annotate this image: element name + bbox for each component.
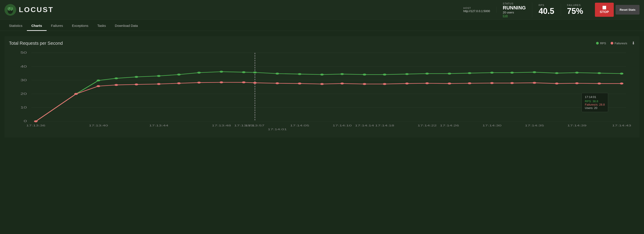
legend-failures-label: Failures/s — [615, 42, 627, 45]
fail-dot — [220, 81, 223, 83]
rps-dot — [425, 73, 429, 75]
rps-dot — [320, 74, 324, 75]
nav-item-failures[interactable]: Failures — [46, 21, 68, 31]
rps-value: 40.5 — [538, 6, 554, 16]
legend-dot-pink — [610, 42, 613, 44]
fail-dot — [363, 83, 366, 85]
rps-block: RPS 40.5 — [532, 4, 561, 16]
fail-dot — [298, 83, 302, 84]
edit-link[interactable]: Edit — [503, 14, 526, 17]
host-block: HOST http://127.0.0.1:5000 — [457, 7, 496, 13]
svg-text:17:14:01: 17:14:01 — [268, 128, 287, 131]
logo-area: LOCUST — [4, 4, 54, 16]
users-value: 20 users — [503, 11, 526, 14]
rps-dot — [363, 74, 366, 75]
failures-value: 75% — [567, 6, 583, 16]
rps-chart-card: Total Requests per Second RPS Failures/s… — [4, 36, 640, 138]
svg-text:30: 30 — [20, 78, 27, 82]
rps-dot — [555, 72, 559, 74]
rps-dot — [298, 73, 302, 75]
fail-dot — [533, 82, 536, 84]
status-label: STATUS — [503, 2, 526, 5]
rps-dot — [383, 74, 386, 75]
svg-text:10: 10 — [20, 106, 27, 109]
rps-dot — [242, 71, 246, 73]
svg-text:0: 0 — [24, 119, 27, 123]
host-value: http://127.0.0.1:5000 — [464, 9, 490, 13]
nav-item-charts[interactable]: Charts — [27, 21, 46, 31]
legend-dot-green — [596, 42, 599, 44]
rps-dot — [135, 76, 138, 78]
chart-legend: RPS Failures/s — [596, 42, 627, 45]
legend-rps-label: RPS — [600, 42, 606, 45]
svg-text:17:14:22: 17:14:22 — [418, 124, 436, 127]
chart-container: 50 40 30 20 10 0 — [9, 48, 635, 133]
fail-dot — [135, 83, 138, 85]
logo-text: LOCUST — [19, 5, 54, 14]
svg-text:17:14:05: 17:14:05 — [290, 124, 310, 127]
rps-dot — [575, 72, 579, 74]
svg-text:17:14:10: 17:14:10 — [332, 124, 352, 127]
chart-title: Total Requests per Second — [9, 41, 63, 46]
nav-item-exceptions[interactable]: Exceptions — [68, 21, 93, 31]
rps-dot — [490, 72, 494, 74]
fail-dot — [598, 83, 601, 84]
nav-item-download-data[interactable]: Download Data — [110, 21, 142, 31]
stop-label: STOP — [600, 10, 609, 14]
reset-stats-button[interactable]: Reset Stats — [616, 5, 640, 14]
svg-text:17:14:43: 17:14:43 — [612, 124, 631, 127]
logo-icon — [4, 4, 16, 16]
rps-dot — [468, 72, 472, 74]
header: LOCUST HOST http://127.0.0.1:5000 STATUS… — [0, 0, 644, 20]
fail-dot — [405, 83, 409, 84]
fail-dot — [340, 83, 344, 84]
fail-dot — [383, 83, 386, 85]
svg-text:40: 40 — [20, 65, 27, 68]
fail-dot — [253, 82, 257, 84]
status-value: RUNNING — [503, 5, 526, 11]
fail-dot — [510, 82, 514, 84]
fail-dot — [96, 85, 100, 87]
host-label: HOST — [464, 7, 490, 9]
fail-dot — [490, 82, 494, 84]
svg-text:17:14:14: 17:14:14 — [355, 124, 374, 127]
svg-text:17:14:39: 17:14:39 — [567, 124, 586, 127]
header-stats: HOST http://127.0.0.1:5000 STATUS RUNNIN… — [457, 2, 590, 17]
svg-point-4 — [9, 7, 12, 10]
rps-dot — [620, 73, 624, 75]
stop-icon — [602, 6, 606, 9]
fail-dot — [114, 84, 118, 86]
svg-text:17:13:57: 17:13:57 — [245, 124, 264, 127]
rps-dot — [157, 75, 161, 77]
failures-block: FAILURES 75% — [561, 4, 590, 16]
legend-failures: Failures/s — [610, 42, 627, 45]
fail-dot — [555, 83, 559, 84]
fail-dot — [448, 83, 451, 84]
main-content: Total Requests per Second RPS Failures/s… — [0, 31, 644, 143]
nav-item-statistics[interactable]: Statistics — [4, 21, 27, 31]
rps-dot — [96, 79, 100, 81]
fail-dot — [242, 81, 246, 83]
chart-header: Total Requests per Second RPS Failures/s… — [9, 41, 635, 46]
rps-dot — [340, 73, 344, 75]
stop-button[interactable]: STOP — [595, 3, 614, 17]
nav-item-tasks[interactable]: Tasks — [93, 21, 110, 31]
rps-dot — [220, 71, 223, 73]
svg-text:17:13:44: 17:13:44 — [149, 124, 168, 127]
nav-bar: Statistics Charts Failures Exceptions Ta… — [0, 20, 644, 31]
fail-dot — [276, 82, 279, 84]
fail-dot — [468, 82, 472, 84]
rps-dot — [598, 72, 601, 74]
svg-text:50: 50 — [20, 51, 27, 54]
fail-dot — [575, 82, 579, 84]
rps-chart-svg: 50 40 30 20 10 0 — [9, 48, 635, 133]
rps-dot — [405, 73, 409, 75]
download-chart-icon[interactable]: ⬇ — [632, 41, 635, 46]
fail-dot — [74, 93, 78, 95]
failures-label: FAILURES — [567, 4, 583, 6]
fail-dot — [425, 82, 429, 84]
svg-text:17:13:36: 17:13:36 — [26, 124, 45, 127]
legend-rps: RPS — [596, 42, 606, 45]
fail-dot — [320, 83, 324, 85]
svg-text:20: 20 — [20, 92, 27, 95]
